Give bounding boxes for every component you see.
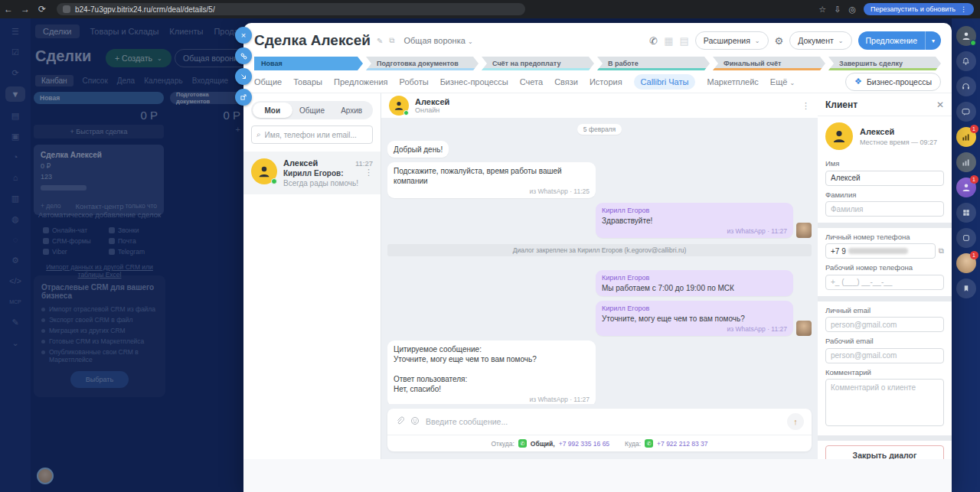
square-app-icon[interactable] <box>956 228 976 248</box>
offer-dropdown-icon[interactable]: ▾ <box>926 37 941 44</box>
url-text: b24-7u3gpv.bitrix24.ru/crm/deal/details/… <box>75 5 215 14</box>
tab-quotes[interactable]: Предложения <box>334 77 388 86</box>
notifications-bell-icon[interactable] <box>956 51 976 71</box>
blurred-phone <box>848 248 908 254</box>
contact-avatar-icon[interactable]: 1 <box>956 253 976 273</box>
chat-list-item[interactable]: Алексей 11:27 Кирилл Егоров: ⋮ Всегда ра… <box>243 152 381 194</box>
badge: 1 <box>970 251 978 259</box>
messenger-icon[interactable] <box>956 102 976 122</box>
browser-toolbar: ← → ⟳ b24-7u3gpv.bitrix24.ru/crm/deal/de… <box>0 0 980 18</box>
document-button[interactable]: Документ⌄ <box>789 31 851 50</box>
browser-menu-icon[interactable]: ⋮ <box>960 5 967 13</box>
work-email-input[interactable] <box>825 348 944 363</box>
deal-slider: Сделка Алексей ✎ ⧉ Общая воронка ⌄ ✆ ▦ ▤… <box>243 23 952 492</box>
close-panel-icon[interactable]: ✕ <box>936 99 944 110</box>
tab-bizproc[interactable]: Бизнес-процессы <box>440 77 508 86</box>
deal-stage-bar: Новая Подготовка документов Счёт на пред… <box>243 54 952 70</box>
deal-title: Сделка Алексей <box>254 32 371 49</box>
system-message: Диалог закреплен за Кирилл Егоров (k.ego… <box>387 244 812 256</box>
stage-prepay[interactable]: Счёт на предоплату <box>482 57 594 70</box>
open-new-window-button[interactable] <box>235 89 252 106</box>
operator-avatar <box>796 223 812 238</box>
stage-new[interactable]: Новая <box>254 57 363 70</box>
tab-history[interactable]: История <box>590 77 622 86</box>
emoji-icon[interactable] <box>410 416 420 428</box>
business-processes-button[interactable]: ❖ Бизнес-процессы <box>845 73 941 91</box>
bookmark-icon[interactable] <box>956 279 976 298</box>
personal-phone-input[interactable]: +7 9 <box>825 243 936 259</box>
message-list: 5 февраля Добрый день! Подскажите, пожал… <box>381 118 818 404</box>
callibri-chat-widget: Мои Общие Архив ⌕ Алексей <box>243 93 952 459</box>
reload-icon[interactable]: ⟳ <box>34 4 51 15</box>
comment-input[interactable] <box>825 379 944 426</box>
bookmark-star-icon[interactable]: ☆ <box>818 5 826 15</box>
browser-restart-button[interactable]: Перезапустить и обновить ⋮ <box>864 3 974 15</box>
message-row: Добрый день! <box>387 141 812 158</box>
funnel-selector[interactable]: Общая воронка ⌄ <box>404 36 473 45</box>
work-phone-input[interactable] <box>825 275 944 290</box>
tab-invoices[interactable]: Счета <box>520 77 543 86</box>
tab-products[interactable]: Товары <box>293 77 322 86</box>
copy-link-button[interactable] <box>235 47 252 64</box>
online-dot <box>271 178 277 184</box>
tab-general[interactable]: Общие <box>254 77 282 86</box>
conversation-header: Алексей Онлайн ⋮ <box>381 93 818 118</box>
stage-finalinvoice[interactable]: Финальный счёт <box>713 57 825 70</box>
tab-my-chats[interactable]: Мои <box>253 103 292 118</box>
first-name-input[interactable] <box>825 171 944 186</box>
offer-button[interactable]: Предложение ▾ <box>858 31 941 50</box>
marketing-app-icon[interactable]: 1 <box>956 127 976 147</box>
personal-phone-label: Личный номер телефона <box>825 233 944 241</box>
back-icon[interactable]: ← <box>0 4 17 15</box>
work-email-label: Рабочий email <box>825 337 944 345</box>
client-panel-title: Клиент <box>825 99 858 110</box>
doc-icon: ▤ <box>680 35 689 47</box>
address-bar[interactable]: b24-7u3gpv.bitrix24.ru/crm/deal/details/… <box>57 3 525 15</box>
personal-email-label: Личный email <box>825 306 944 314</box>
stage-inwork[interactable]: В работе <box>597 57 710 70</box>
call-icon[interactable]: ✆ <box>649 35 658 47</box>
close-slider-button[interactable]: × <box>235 27 252 44</box>
conversation-menu-icon[interactable]: ⋮ <box>802 101 810 111</box>
online-dot <box>403 110 409 116</box>
forward-icon[interactable]: → <box>17 4 34 15</box>
settings-gear-icon[interactable]: ⚙ <box>775 35 784 47</box>
right-notification-strip: 1 1 1 <box>952 18 980 492</box>
edit-title-icon[interactable]: ✎ <box>377 37 383 45</box>
contact-name: Алексей <box>415 97 449 106</box>
attach-icon[interactable] <box>395 416 404 428</box>
message-input[interactable] <box>426 417 781 426</box>
stage-close[interactable]: Завершить сделку <box>828 57 941 70</box>
support-icon[interactable] <box>956 77 976 96</box>
tab-callibri-chats[interactable]: Callibri Чаты <box>634 74 696 90</box>
tab-more[interactable]: Ещё ⌄ <box>770 77 795 86</box>
extensions-button[interactable]: Расширения⌄ <box>695 31 769 50</box>
client-avatar <box>825 122 853 150</box>
copy-icon[interactable]: ⧉ <box>939 246 944 256</box>
last-name-input[interactable] <box>825 201 944 217</box>
site-icon <box>63 5 70 13</box>
item-menu-icon[interactable]: ⋮ <box>364 168 373 178</box>
chat-search[interactable]: ⌕ <box>251 125 373 144</box>
downloads-icon[interactable]: ⇩ <box>834 5 841 15</box>
bp-icon: ❖ <box>854 77 862 86</box>
stage-docs[interactable]: Подготовка документов <box>366 57 479 70</box>
date-separator: 5 февраля <box>577 124 622 135</box>
search-icon: ⌕ <box>256 130 261 139</box>
link-icon[interactable]: ⧉ <box>389 36 394 45</box>
tab-robots[interactable]: Роботы <box>400 77 429 86</box>
tab-shared-chats[interactable]: Общие <box>292 103 332 118</box>
grid-app-icon[interactable] <box>956 203 976 223</box>
app-avatar-icon[interactable]: 1 <box>956 178 976 197</box>
tab-links[interactable]: Связи <box>554 77 578 86</box>
analytics-app-icon[interactable] <box>956 152 976 172</box>
extensions-icon[interactable]: ◎ <box>848 5 856 15</box>
conversation-panel: Алексей Онлайн ⋮ 5 февраля Добрый день! … <box>381 93 818 459</box>
tab-marketplace[interactable]: Маркетплейс <box>707 77 758 86</box>
personal-email-input[interactable] <box>825 317 944 332</box>
minimize-slider-button[interactable] <box>235 68 252 85</box>
chat-search-input[interactable] <box>265 131 368 139</box>
profile-avatar[interactable] <box>956 26 976 46</box>
tab-archive-chats[interactable]: Архив <box>332 103 371 118</box>
send-button[interactable]: ↑ <box>787 413 804 430</box>
